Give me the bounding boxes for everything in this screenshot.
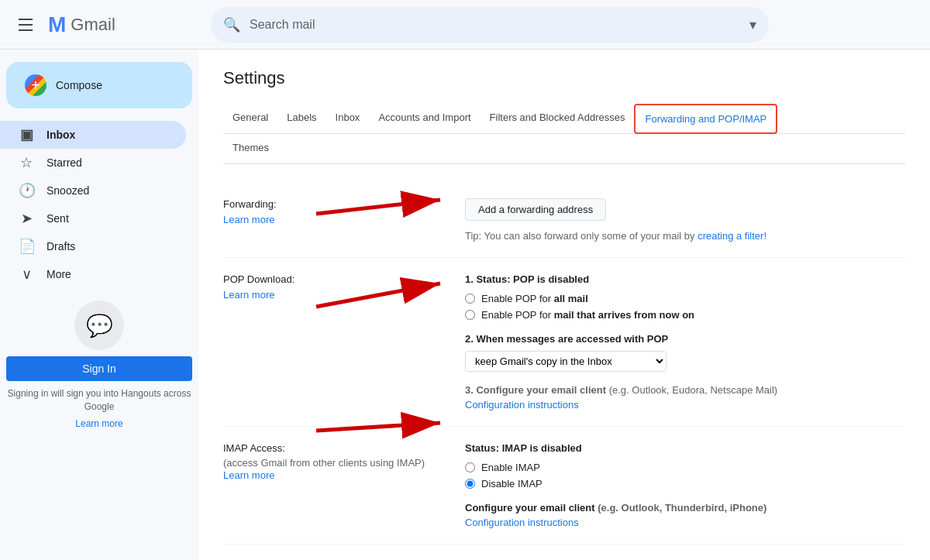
hangouts-description: Signing in will sign you into Hangouts a… [6, 387, 192, 414]
hangouts-learn-more-link[interactable]: Learn more [75, 418, 122, 429]
forwarding-control: Add a forwarding address Tip: You can al… [465, 198, 905, 242]
pop-option1: Enable POP for all mail [465, 293, 905, 304]
search-bar: 🔍 ▾ [211, 7, 769, 43]
pop-step2-dropdown[interactable]: keep Gmail's copy in the Inbox [465, 351, 666, 372]
star-icon: ☆ [19, 154, 34, 171]
settings-content: Forwarding: Learn more Add a forwarding … [223, 183, 905, 545]
pop-from-now-text: mail that arrives from now on [554, 309, 694, 321]
page-title: Settings [223, 68, 905, 88]
hangouts-section: 💬 Sign In Signing in will sign you into … [6, 301, 192, 429]
pop-label: POP Download: [223, 273, 440, 285]
pop-step2-label: 2. When messages are accessed with POP [465, 333, 905, 345]
snoozed-label: Snoozed [46, 184, 174, 197]
logo-m-icon: M [48, 12, 66, 36]
topbar: M Gmail 🔍 ▾ [0, 0, 930, 50]
sidebar-item-snoozed[interactable]: 🕐 Snoozed [0, 177, 186, 204]
settings-tabs-row2: Themes [223, 134, 905, 164]
starred-label: Starred [46, 156, 174, 169]
compose-button[interactable]: + Compose [6, 62, 192, 108]
pop-control: 1. Status: POP is disabled Enable POP fo… [465, 273, 905, 411]
bottom-buttons: Save Changes Cancel [223, 551, 905, 560]
tab-inbox[interactable]: Inbox [326, 104, 370, 133]
snoozed-icon: 🕐 [19, 182, 34, 199]
gmail-logo: M Gmail [48, 12, 115, 37]
pop-row: POP Download: Learn more 1. Status: POP … [223, 258, 905, 427]
sidebar-item-sent[interactable]: ➤ Sent [0, 204, 186, 232]
main-content: Settings General Labels Inbox Accounts a… [198, 50, 930, 560]
pop-step3-label: 3. Configure your email client [465, 384, 606, 396]
tab-filters[interactable]: Filters and Blocked Addresses [480, 104, 635, 133]
imap-label: IMAP Access: [223, 442, 440, 454]
creating-filter-link[interactable]: creating a filter! [698, 230, 766, 242]
gmail-wordmark: Gmail [71, 15, 115, 35]
imap-disable-label: Disable IMAP [481, 478, 542, 490]
imap-enable-label: Enable IMAP [481, 462, 540, 473]
forwarding-label-col: Forwarding: Learn more [223, 198, 440, 242]
search-icon: 🔍 [223, 16, 240, 33]
imap-enable-radio[interactable] [465, 462, 475, 472]
more-icon: ∨ [19, 266, 34, 283]
imap-control: Status: IMAP is disabled Enable IMAP Dis… [465, 442, 905, 528]
pop-from-now-radio[interactable] [465, 310, 475, 320]
sidebar-item-inbox[interactable]: ▣ Inbox [0, 121, 186, 149]
drafts-icon: 📄 [19, 238, 34, 255]
imap-row: IMAP Access: (access Gmail from other cl… [223, 427, 905, 545]
pop-step3: 3. Configure your email client (e.g. Out… [465, 384, 905, 411]
imap-status-text: Status: IMAP is disabled [465, 442, 905, 454]
sidebar-item-more[interactable]: ∨ More [0, 260, 186, 288]
forwarding-learn-more[interactable]: Learn more [223, 214, 274, 225]
pop-all-mail-text: all mail [554, 293, 588, 304]
settings-tabs-row1: General Labels Inbox Accounts and Import… [223, 104, 905, 134]
add-forwarding-button[interactable]: Add a forwarding address [465, 198, 606, 221]
drafts-label: Drafts [46, 240, 174, 253]
forwarding-row: Forwarding: Learn more Add a forwarding … [223, 183, 905, 258]
topbar-left: M Gmail [12, 12, 198, 37]
hangouts-avatar: 💬 [74, 301, 124, 350]
pop-option2: Enable POP for mail that arrives from no… [465, 309, 905, 321]
menu-button[interactable] [12, 12, 39, 37]
tab-labels[interactable]: Labels [277, 104, 326, 133]
forwarding-label: Forwarding: [223, 198, 440, 210]
imap-enable-option: Enable IMAP [465, 462, 905, 473]
pop-learn-more[interactable]: Learn more [223, 289, 274, 301]
pop-status: 1. Status: POP is disabled [465, 273, 905, 285]
imap-sublabel: (access Gmail from other clients using I… [223, 457, 440, 469]
sent-label: Sent [46, 212, 174, 225]
compose-label: Compose [56, 79, 102, 91]
compose-plus-icon: + [25, 74, 46, 96]
imap-config-link[interactable]: Configuration instructions [465, 517, 905, 528]
more-label: More [46, 268, 174, 280]
imap-disable-radio[interactable] [465, 479, 475, 489]
pop-label-col: POP Download: Learn more [223, 273, 440, 411]
pop-all-mail-radio[interactable] [465, 294, 475, 304]
imap-label-col: IMAP Access: (access Gmail from other cl… [223, 442, 440, 528]
search-dropdown-icon[interactable]: ▾ [749, 16, 756, 33]
pop-step2: 2. When messages are accessed with POP k… [465, 333, 905, 372]
forwarding-tip: Tip: You can also forward only some of y… [465, 230, 905, 242]
tab-accounts[interactable]: Accounts and Import [369, 104, 480, 133]
tab-themes[interactable]: Themes [223, 134, 278, 163]
hangouts-avatar-icon: 💬 [86, 313, 113, 338]
search-input[interactable] [250, 18, 740, 32]
app-layout: + Compose ▣ Inbox ☆ Starred 🕐 Snoozed ➤ … [0, 50, 930, 560]
sign-in-button[interactable]: Sign In [6, 356, 192, 381]
pop-config-link[interactable]: Configuration instructions [465, 399, 905, 411]
tab-forwarding[interactable]: Forwarding and POP/IMAP [634, 104, 777, 134]
sidebar-item-drafts[interactable]: 📄 Drafts [0, 232, 186, 260]
imap-disable-option: Disable IMAP [465, 478, 905, 490]
inbox-label: Inbox [46, 129, 174, 141]
tab-general[interactable]: General [223, 104, 277, 133]
sidebar-item-starred[interactable]: ☆ Starred [0, 149, 186, 177]
sidebar: + Compose ▣ Inbox ☆ Starred 🕐 Snoozed ➤ … [0, 50, 198, 560]
inbox-icon: ▣ [19, 126, 34, 143]
imap-configure: Configure your email client (e.g. Outloo… [465, 502, 905, 514]
imap-learn-more[interactable]: Learn more [223, 469, 274, 481]
sent-icon: ➤ [19, 210, 34, 227]
